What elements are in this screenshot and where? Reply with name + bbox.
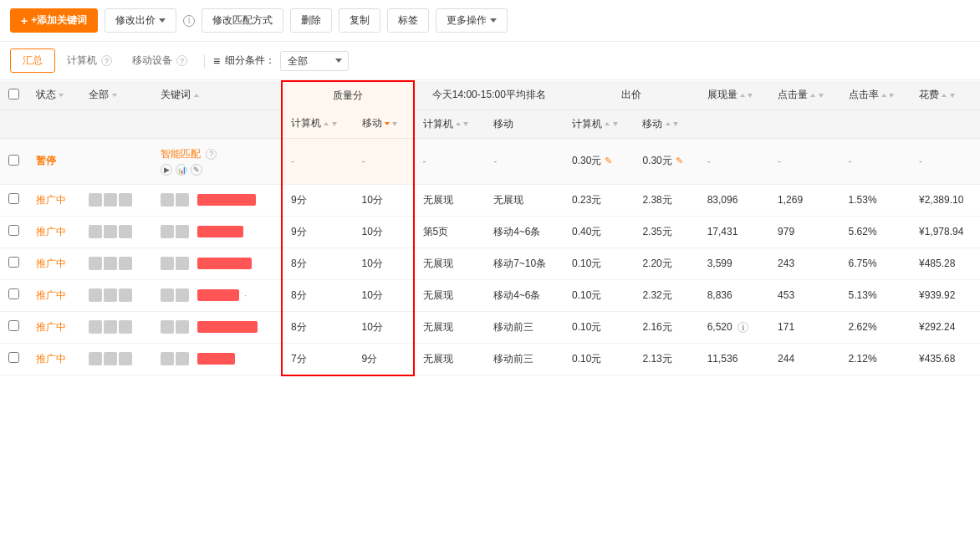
header-sub-empty-1 xyxy=(0,110,28,138)
delete-button[interactable]: 删除 xyxy=(290,8,332,33)
table-row: 推广中 8分 10分 无展现 移动7~10条 0.10元 2.20元 3,599 xyxy=(0,248,980,279)
row-checkbox[interactable] xyxy=(8,257,19,268)
edit-icon[interactable]: ✎ xyxy=(191,164,202,176)
filter-icon[interactable] xyxy=(889,94,894,98)
table-row: 推广中 8分 10分 无展现 移动前三 0.10元 2.16元 6,520 xyxy=(0,311,980,343)
segment-select-wrapper: 全部 关键词 匹配方式 xyxy=(280,51,349,71)
row4-bid-pc: 0.10元 xyxy=(564,279,634,311)
divider xyxy=(204,54,205,68)
keyword-table: 状态 全部 关键词 质量分 今天14:00-15:00平均排名 xyxy=(0,80,980,376)
row-checkbox[interactable] xyxy=(8,155,19,166)
row5-clicks: 171 xyxy=(769,311,840,343)
tab-computer[interactable]: 计算机 ? xyxy=(59,49,120,72)
row6-impression: 11,536 xyxy=(699,343,769,375)
header-bid: 出价 xyxy=(564,81,699,110)
row4-checkbox xyxy=(0,279,28,311)
sort-up-icon[interactable] xyxy=(942,94,947,97)
row-checkbox[interactable] xyxy=(8,193,19,204)
chart-icon[interactable]: 📊 xyxy=(176,164,187,176)
play-icon[interactable]: ▶ xyxy=(161,164,172,176)
row5-cost: ¥292.24 xyxy=(911,311,980,343)
sort-up-icon[interactable] xyxy=(324,122,329,125)
row1-quality-pc: 9分 xyxy=(282,184,354,216)
tab-summary[interactable]: 汇总 xyxy=(10,48,55,73)
row1-rank-pc: 无展现 xyxy=(414,184,486,216)
paused-checkbox-cell xyxy=(0,138,28,184)
row-checkbox[interactable] xyxy=(8,225,19,236)
row2-bid-pc: 0.40元 xyxy=(564,216,634,248)
row3-quality-mobile: 10分 xyxy=(354,248,414,279)
header-sub-click xyxy=(769,110,840,138)
header-quality: 质量分 xyxy=(282,81,414,110)
row2-cost: ¥1,978.94 xyxy=(911,216,980,248)
filter-icon[interactable] xyxy=(463,122,468,126)
row3-ctr: 6.75% xyxy=(840,248,911,279)
row-checkbox[interactable] xyxy=(8,320,19,331)
row6-ctr: 2.12% xyxy=(840,343,911,375)
sort-up-icon[interactable] xyxy=(605,122,610,125)
paused-all xyxy=(80,138,152,184)
row4-rank-pc: 无展现 xyxy=(414,279,486,311)
sort-up-icon[interactable] xyxy=(740,94,745,97)
modify-match-button[interactable]: 修改匹配方式 xyxy=(202,8,283,33)
select-all-checkbox[interactable] xyxy=(8,89,19,100)
row1-cost: ¥2,389.10 xyxy=(911,184,980,216)
edit-bid-pc-icon[interactable]: ✎ xyxy=(605,156,612,166)
header-bid-mobile: 移动 xyxy=(634,110,698,138)
header-sub-ctr xyxy=(840,110,911,138)
label-button[interactable]: 标签 xyxy=(387,8,429,33)
row1-impression: 83,096 xyxy=(699,184,769,216)
modify-bid-button[interactable]: 修改出价 xyxy=(105,8,176,33)
filter-icon[interactable] xyxy=(673,122,678,126)
filter-icon[interactable] xyxy=(392,122,397,126)
row-checkbox[interactable] xyxy=(8,288,19,299)
row1-keyword xyxy=(152,184,282,216)
row-checkbox[interactable] xyxy=(8,352,19,363)
sort-up-icon[interactable] xyxy=(194,94,199,97)
add-keyword-button[interactable]: + +添加关键词 xyxy=(10,8,98,33)
filter-icon[interactable] xyxy=(748,94,753,98)
header-checkbox-cell xyxy=(0,81,28,110)
tab-mobile[interactable]: 移动设备 ? xyxy=(124,49,196,72)
impression-info-icon[interactable]: ℹ xyxy=(738,322,748,333)
row4-cost: ¥939.92 xyxy=(911,279,980,311)
row3-quality-pc: 8分 xyxy=(282,248,354,279)
sort-down-icon[interactable] xyxy=(112,94,117,97)
table-row: 推广中 9分 10分 第5页 移动4~6条 0.40元 2.35元 17,431 xyxy=(0,216,980,248)
chevron-down-icon xyxy=(159,18,166,23)
row4-clicks: 453 xyxy=(769,279,840,311)
row2-impression: 17,431 xyxy=(699,216,769,248)
sort-up-icon[interactable] xyxy=(456,122,461,125)
computer-info-icon[interactable]: ? xyxy=(101,55,112,66)
paused-status: 暂停 xyxy=(28,138,80,184)
row4-quality-mobile: 10分 xyxy=(354,279,414,311)
sort-up-icon[interactable] xyxy=(666,122,671,125)
smart-match-icons: ▶ 📊 ✎ xyxy=(161,164,273,176)
sort-up-icon[interactable] xyxy=(810,94,815,97)
sort-down-icon[interactable] xyxy=(385,122,390,125)
filter-icon[interactable] xyxy=(332,122,337,126)
sort-down-icon[interactable] xyxy=(59,94,64,97)
header-rank-mobile: 移动 xyxy=(485,110,564,138)
row5-rank-mobile: 移动前三 xyxy=(485,311,564,343)
row6-clicks: 244 xyxy=(769,343,840,375)
smart-match-info-icon[interactable]: ? xyxy=(206,149,217,160)
mobile-info-icon[interactable]: ? xyxy=(176,55,187,66)
filter-icon[interactable] xyxy=(950,94,955,98)
table-row: 推广中 · 8分 10分 无展现 移动4~6条 0.10元 2.32元 8 xyxy=(0,279,980,311)
row1-quality-mobile: 10分 xyxy=(354,184,414,216)
sort-up-icon[interactable] xyxy=(881,94,886,97)
paused-quality-pc: - xyxy=(282,138,354,184)
info-icon[interactable]: i xyxy=(183,15,195,27)
copy-button[interactable]: 复制 xyxy=(339,8,380,33)
filter-icon[interactable] xyxy=(819,94,824,98)
filter-icon[interactable] xyxy=(613,122,618,126)
row2-rank-mobile: 移动4~6条 xyxy=(485,216,564,248)
row5-all xyxy=(80,311,152,343)
paused-cost: - xyxy=(911,138,980,184)
edit-bid-mobile-icon[interactable]: ✎ xyxy=(676,156,683,166)
row4-keyword: · xyxy=(152,279,282,311)
segment-select[interactable]: 全部 关键词 匹配方式 xyxy=(280,51,349,71)
more-actions-button[interactable]: 更多操作 xyxy=(436,8,508,33)
paused-keyword: 智能匹配 ? ▶ 📊 ✎ xyxy=(152,138,282,184)
